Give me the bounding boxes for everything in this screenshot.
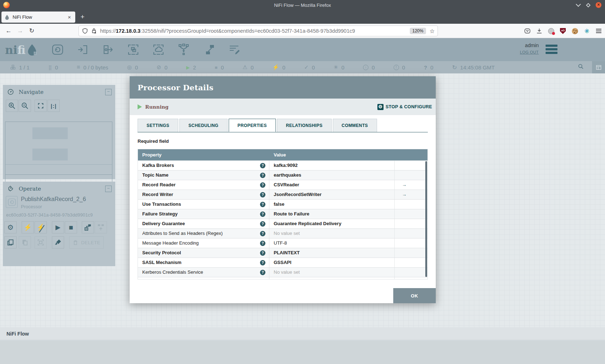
template-icon[interactable] [202,43,216,56]
help-icon[interactable]: ? [260,241,265,246]
logout-link[interactable]: LOG OUT [520,50,539,54]
downloads-icon[interactable] [535,27,543,35]
delete-button[interactable]: DELETE [69,236,104,249]
enable-bolt-button[interactable]: ⚡ [22,221,34,233]
help-icon[interactable]: ? [260,192,265,197]
help-icon[interactable]: ? [260,211,265,217]
fit-button[interactable] [35,100,47,112]
browser-tab[interactable]: NiFi Flow × [1,12,75,23]
url-bar[interactable]: https://172.18.0.3:32558/nifi/?processGr… [79,26,438,36]
property-value[interactable]: No value set [269,268,395,277]
remote-process-group-icon[interactable] [152,43,165,56]
birdseye-minimap[interactable] [5,122,112,175]
tracking-shield-icon[interactable] [82,28,88,34]
help-icon[interactable]: ? [260,250,265,256]
window-close-icon[interactable]: × [596,2,601,8]
property-value[interactable]: CSVReader [269,180,395,190]
status-value: 0 [165,64,167,70]
disable-bolt-button[interactable]: ⚡ [35,221,47,233]
breadcrumb[interactable]: NiFi Flow [0,327,605,340]
property-value[interactable]: No value set [269,229,395,238]
property-value[interactable]: false [269,200,395,209]
property-value[interactable]: kafka:9092 [269,161,395,170]
tab-properties[interactable]: PROPERTIES [229,119,276,132]
bookmark-star-icon[interactable]: ☆ [430,28,435,35]
property-value[interactable]: JsonRecordSetWriter [269,190,395,199]
stop-and-configure-button[interactable]: ⚙ STOP & CONFIGURE [377,104,432,110]
property-value[interactable]: GSSAPI [269,258,395,267]
help-icon[interactable]: ? [260,202,265,207]
actual-size-button[interactable]: |:| [48,100,60,112]
window-maximize-icon[interactable] [586,3,591,8]
bulletin-board-icon[interactable] [592,61,605,73]
navigate-panel: Navigate − |:| [3,85,115,179]
help-icon[interactable]: ? [260,231,265,236]
privacy-mask-icon[interactable] [547,27,555,35]
color-brush-icon [54,238,62,246]
save-template-button[interactable] [82,221,94,233]
zoom-level-badge[interactable]: 120% [410,28,426,34]
forward-icon[interactable]: → [14,27,26,35]
transmitting-icon: ◎ [127,64,132,70]
property-value[interactable]: UTF-8 [269,238,395,248]
processor-icon[interactable] [51,43,64,56]
multi-account-icon[interactable]: ✳ [583,27,590,35]
cookie-icon[interactable] [571,27,578,35]
collapse-icon[interactable]: − [105,89,112,95]
url-text[interactable]: https://172.18.0.3:32558/nifi/?processGr… [100,28,410,34]
help-icon[interactable]: ? [260,221,265,227]
tab-comments[interactable]: COMMENTS [333,119,377,132]
go-to-service-icon[interactable]: → [402,192,407,197]
process-group-icon[interactable] [126,43,140,56]
zoom-out-button[interactable] [19,100,31,112]
configure-gear-button[interactable]: ⚙ [4,221,17,233]
back-icon[interactable]: ← [3,27,14,35]
sync-failure-icon: ? [424,64,427,70]
help-icon[interactable]: ? [260,173,265,178]
go-to-service-icon[interactable]: → [402,182,407,187]
locally-modified-stale-icon: ! [394,65,399,70]
upload-template-button[interactable] [95,221,107,233]
property-row-clipped [138,277,427,279]
lock-warning-icon[interactable] [91,28,97,34]
color-brush-button[interactable] [52,236,64,249]
copy-button[interactable] [4,236,17,249]
stop-button[interactable]: ■ [65,221,77,233]
nifi-droplet-icon [26,44,38,56]
help-icon[interactable]: ? [260,270,265,275]
processor-badge-icon [6,196,18,208]
ok-button[interactable]: OK [393,288,436,303]
pocket-icon[interactable] [524,27,531,35]
stopped-icon: ■ [215,65,218,70]
table-scrollbar[interactable] [425,161,427,277]
tab-settings[interactable]: SETTINGS [138,119,178,132]
zoom-in-icon [8,102,16,110]
paste-button[interactable] [19,236,31,249]
help-icon[interactable]: ? [260,182,265,188]
global-menu-icon[interactable] [546,45,557,54]
reload-icon[interactable]: ↻ [26,27,37,35]
tab-scheduling[interactable]: SCHEDULING [179,119,227,132]
search-icon[interactable] [578,63,584,71]
funnel-icon[interactable] [177,43,191,56]
output-port-icon[interactable] [101,43,115,56]
start-button[interactable]: ▶ [52,221,64,233]
property-value[interactable]: Route to Failure [269,209,395,219]
window-minimize-icon[interactable] [576,2,581,7]
collapse-icon[interactable]: − [105,186,112,192]
new-tab-button[interactable]: + [78,12,87,22]
ublock-icon[interactable]: uO [559,27,566,35]
help-icon[interactable]: ? [260,163,265,168]
help-icon[interactable]: ? [260,260,265,265]
browser-menu-icon[interactable] [595,27,602,35]
property-value[interactable]: Guarantee Replicated Delivery [269,219,395,228]
zoom-in-button[interactable] [6,100,18,112]
property-value[interactable]: earthquakes [269,170,395,180]
property-value[interactable]: PLAINTEXT [269,248,395,258]
tab-relationships[interactable]: RELATIONSHIPS [277,119,332,132]
browser-navbar: ← → ↻ https://172.18.0.3:32558/nifi/?pro… [0,24,605,38]
group-button[interactable] [35,236,47,249]
input-port-icon[interactable] [76,43,90,56]
tab-close-icon[interactable]: × [66,14,72,20]
label-icon[interactable] [227,43,241,56]
